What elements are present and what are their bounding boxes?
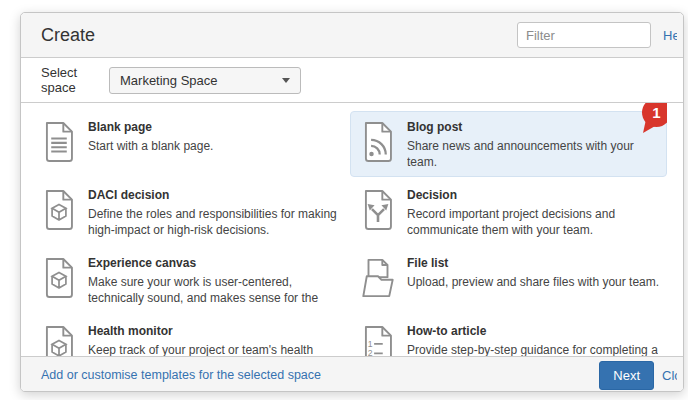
template-list: Blank page Start with a blank page. Blog… <box>31 103 667 356</box>
template-description: Upload, preview and share files with you… <box>407 274 659 290</box>
cube-document-icon <box>40 325 78 356</box>
template-title: Blank page <box>88 120 213 135</box>
template-description: Make sure your work is user-centered, te… <box>88 274 341 306</box>
template-title: Blog post <box>407 120 660 135</box>
template-description: Start with a blank page. <box>88 138 213 154</box>
template-title: Experience canvas <box>88 256 341 271</box>
template-item-blank-page[interactable]: Blank page Start with a blank page. <box>31 111 348 177</box>
template-item-blog-post[interactable]: Blog post Share news and announcements w… <box>350 111 667 177</box>
dialog-footer: Add or customise templates for the selec… <box>21 356 683 392</box>
template-item-daci-decision[interactable]: DACI decision Define the roles and respo… <box>31 179 348 245</box>
folder-file-icon <box>359 257 397 299</box>
filter-input[interactable] <box>517 22 651 48</box>
template-item-experience-canvas[interactable]: Experience canvas Make sure your work is… <box>31 247 348 313</box>
template-title: DACI decision <box>88 188 341 203</box>
create-dialog: Create Help Select space Marketing Space… <box>20 12 684 392</box>
blank-page-icon <box>40 121 78 163</box>
customise-templates-link[interactable]: Add or customise templates for the selec… <box>41 368 321 382</box>
template-item-decision[interactable]: Decision Record important project decisi… <box>350 179 667 245</box>
template-title: How-to article <box>407 324 658 339</box>
numbered-list-document-icon <box>359 325 397 356</box>
cube-document-icon <box>40 257 78 299</box>
blog-post-icon <box>359 121 397 163</box>
template-description: Record important project decisions and c… <box>407 206 660 238</box>
template-item-how-to-article[interactable]: How-to article Provide step-by-step guid… <box>350 315 667 356</box>
annotation-badge: 1 <box>642 103 667 127</box>
space-select-value: Marketing Space <box>120 73 218 88</box>
template-title: Decision <box>407 188 660 203</box>
template-item-file-list[interactable]: File list Upload, preview and share file… <box>350 247 667 313</box>
next-button[interactable]: Next <box>599 361 654 390</box>
template-title: File list <box>407 256 659 271</box>
cube-document-icon <box>40 189 78 231</box>
template-description: Share news and announcements with your t… <box>407 138 660 170</box>
space-select-dropdown[interactable]: Marketing Space <box>109 67 301 94</box>
template-title: Health monitor <box>88 324 313 339</box>
decision-branch-icon <box>359 189 397 231</box>
chevron-down-icon <box>282 78 290 83</box>
dialog-header: Create Help <box>21 13 683 58</box>
template-description: Define the roles and responsibilities fo… <box>88 206 341 238</box>
template-item-health-monitor[interactable]: Health monitor Keep track of your projec… <box>31 315 348 356</box>
template-description: Provide step-by-step guidance for comple… <box>407 342 658 356</box>
dialog-title: Create <box>41 25 95 46</box>
close-link[interactable]: Close <box>662 368 677 383</box>
template-description: Keep track of your project or team's hea… <box>88 342 313 356</box>
help-link[interactable]: Help <box>663 28 677 43</box>
space-selector-label: Select space <box>41 65 109 95</box>
space-selector-row: Select space Marketing Space <box>21 58 683 103</box>
